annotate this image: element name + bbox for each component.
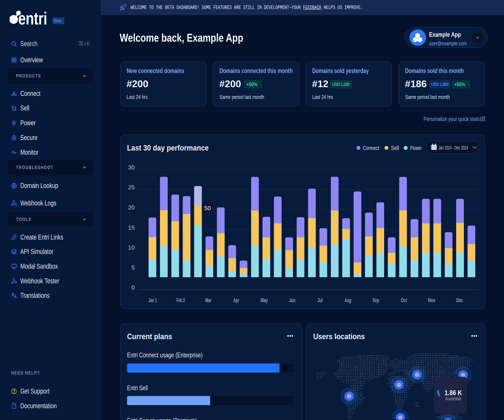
svg-text:Aug: Aug xyxy=(345,297,351,303)
svg-text:Jun: Jun xyxy=(289,297,295,303)
svg-text:Jul: Jul xyxy=(318,297,323,303)
svg-text:25: 25 xyxy=(128,184,135,191)
svg-text:15: 15 xyxy=(128,224,135,231)
svg-text:Jan 2024 - Dec 2024: Jan 2024 - Dec 2024 xyxy=(438,145,468,150)
svg-text:Connect: Connect xyxy=(363,144,379,151)
svg-text:Sell: Sell xyxy=(391,144,399,151)
svg-text:Feb 3: Feb 3 xyxy=(176,297,185,303)
svg-text:30: 30 xyxy=(128,164,135,171)
svg-text:Dec: Dec xyxy=(456,297,463,303)
svg-text:May: May xyxy=(261,297,268,303)
svg-text:10: 10 xyxy=(128,244,135,251)
svg-text:50: 50 xyxy=(204,205,211,211)
svg-text:Jan 1: Jan 1 xyxy=(148,297,157,303)
svg-text:0: 0 xyxy=(132,284,135,291)
svg-text:Oct: Oct xyxy=(401,297,407,303)
svg-text:Power: Power xyxy=(410,144,422,151)
svg-text:Nov: Nov xyxy=(428,297,435,303)
svg-text:20: 20 xyxy=(128,204,135,211)
svg-text:1.86 K: 1.86 K xyxy=(444,389,462,396)
svg-text:Mar: Mar xyxy=(205,297,212,303)
svg-text:Sep: Sep xyxy=(372,297,379,303)
svg-text:Australia: Australia xyxy=(445,396,461,402)
svg-text:Apr: Apr xyxy=(233,297,239,303)
svg-text:5: 5 xyxy=(132,264,135,271)
